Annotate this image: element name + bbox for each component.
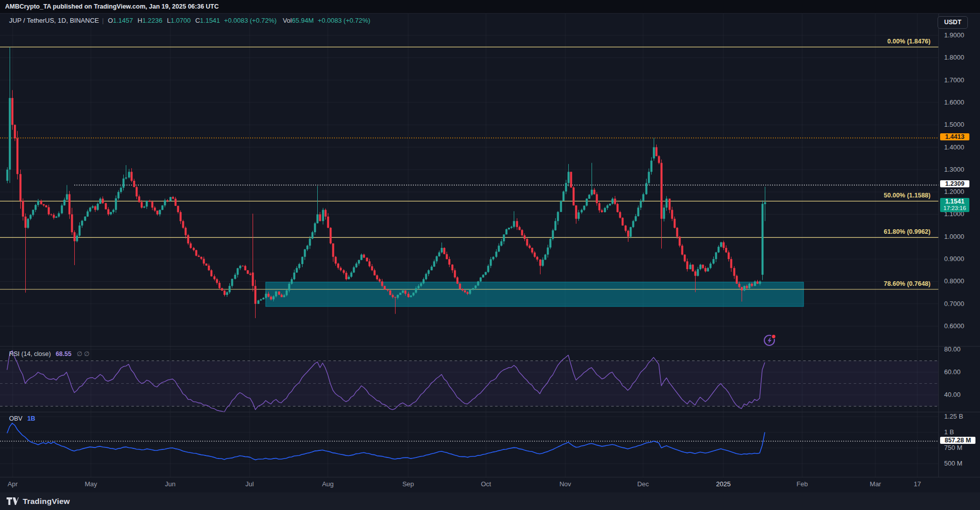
fib-level-label: 0.00% (1.8476) (888, 38, 930, 45)
rsi-value: 68.55 (56, 350, 71, 358)
publication-text: AMBCrypto_TA published on TradingView.co… (5, 3, 219, 10)
notification-dot (772, 335, 775, 338)
hline-price-label: 1.2309 (940, 180, 969, 187)
rsi-hidden-values: ∅ ∅ (77, 350, 89, 358)
low-value: 1.0700 (171, 17, 191, 24)
time-axis-label: Sep (402, 480, 414, 488)
obv-legend: OBV 1B (9, 415, 35, 422)
bar-countdown: 17:23:16 (940, 205, 969, 212)
fib-level-label: 61.80% (0.9962) (884, 228, 930, 235)
footer-bar: TradingView (0, 492, 980, 510)
tradingview-logo-icon[interactable] (7, 497, 19, 505)
currency-toggle-button[interactable]: USDT (938, 16, 968, 29)
scale-tick: 0.7000 (944, 300, 964, 308)
change-value: +0.0083 (+0.72%) (224, 17, 277, 24)
alert-price-label: 1.4413 (940, 133, 969, 140)
time-axis-label: Nov (559, 480, 571, 488)
scale-tick: 1.6000 (944, 98, 964, 106)
supply-zone-box (266, 282, 804, 307)
open-label: O (108, 17, 113, 24)
scale-tick: 1 B (944, 428, 954, 436)
high-label: H (137, 17, 142, 24)
scale-tick: 1.8000 (944, 54, 964, 61)
volume-change: +0.0083 (+0.72%) (318, 17, 370, 24)
scale-tick: 500 M (944, 460, 962, 467)
last-price-label: 1.1541 17:23:16 (940, 198, 969, 212)
rsi-params: (14, close) (21, 350, 51, 358)
scale-tick: 0.6000 (944, 322, 964, 330)
fib-level-label: 50.00% (1.1588) (884, 192, 930, 199)
open-value: 1.1457 (113, 17, 133, 24)
time-axis-label: Apr (8, 480, 18, 488)
scale-tick: 40.00 (944, 391, 961, 398)
time-axis-label: Jul (246, 480, 254, 488)
symbol-title[interactable]: JUP / TetherUS, 1D, BINANCE (9, 17, 99, 24)
scale-tick: 1.0000 (944, 233, 964, 240)
rsi-title[interactable]: RSI (9, 350, 20, 358)
obv-price-label: 857.28 M (940, 437, 975, 444)
scale-tick: 1.5000 (944, 121, 964, 128)
scale-tick: 1.3000 (944, 166, 964, 173)
close-value: 1.1541 (200, 17, 220, 24)
scale-tick: 1.25 B (944, 413, 963, 420)
scale-tick: 0.9000 (944, 255, 964, 263)
scale-tick: 1.2000 (944, 188, 964, 195)
legend-divider: | (102, 17, 104, 24)
scale-tick: 1.7000 (944, 76, 964, 84)
time-axis-label: Aug (322, 480, 333, 488)
scale-tick: 0.8000 (944, 277, 964, 285)
obv-title[interactable]: OBV (9, 415, 22, 422)
time-axis-label: Dec (637, 480, 649, 488)
scale-tick: 60.00 (944, 368, 961, 376)
tradingview-brand[interactable]: TradingView (23, 497, 70, 506)
scale-tick: 80.00 (944, 345, 961, 353)
time-axis-label: Oct (481, 480, 491, 488)
time-axis-label: Feb (797, 480, 808, 488)
time-axis-label: May (85, 480, 97, 488)
last-price-value: 1.1541 (940, 198, 969, 205)
chart-canvas[interactable] (0, 0, 980, 510)
time-axis-label: 2025 (716, 480, 731, 488)
obv-value: 1B (27, 415, 35, 422)
lightning-bolt-icon (768, 338, 772, 344)
scale-tick: 1.4000 (944, 143, 964, 151)
volume-label: Vol (283, 17, 292, 24)
publication-banner: AMBCrypto_TA published on TradingView.co… (0, 0, 980, 14)
scale-tick: 750 M (944, 444, 962, 451)
time-axis-label: Jun (165, 480, 176, 488)
low-label: L (167, 17, 170, 24)
time-axis-label: 17 (914, 480, 921, 488)
scale-tick: 1.9000 (944, 31, 964, 39)
volume-value: 65.94M (292, 17, 314, 24)
flash-idea-icon[interactable] (762, 332, 778, 348)
high-value: 1.2236 (142, 17, 163, 24)
fib-level-label: 78.60% (0.7648) (884, 280, 930, 287)
rsi-legend: RSI (14, close) 68.55 ∅ ∅ (9, 350, 89, 358)
time-axis-label: Mar (870, 480, 881, 488)
symbol-legend: JUP / TetherUS, 1D, BINANCE|O1.1457H1.22… (9, 17, 370, 24)
close-label: C (195, 17, 200, 24)
